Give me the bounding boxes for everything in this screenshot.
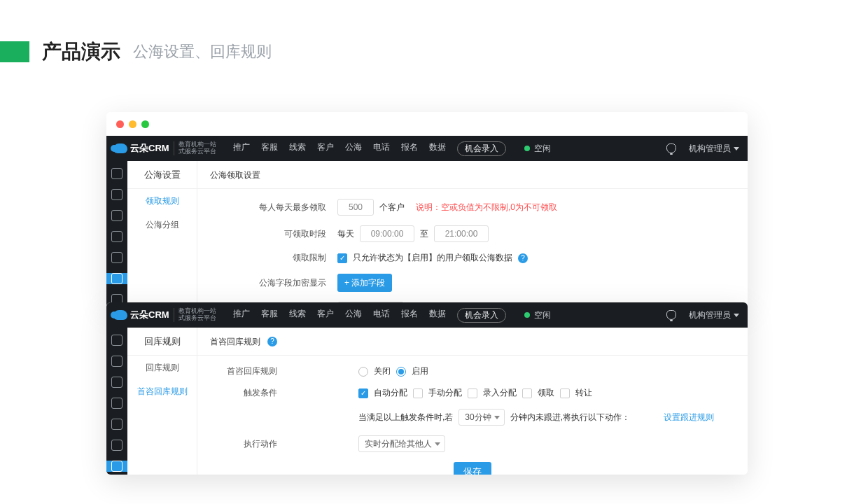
logo[interactable]: 云朵CRM 教育机构一站 式服务云平台 [106,141,223,155]
nav-item[interactable]: 客户 [317,141,334,156]
label-encrypt-fields: 公海字段加密显示 [197,277,337,289]
nav-item[interactable]: 推广 [233,141,250,156]
sub-sidebar-head: 回库规则 [127,328,197,356]
label-claim-limit: 领取限制 [197,252,337,264]
window-controls [106,112,748,136]
checkbox-transfer[interactable] [560,388,570,398]
label-time-range: 可领取时段 [197,228,337,240]
nav-item[interactable]: 公海 [345,141,362,156]
prefix-text: 每天 [337,228,354,240]
sub-sidebar-head: 公海设置 [127,161,197,189]
logo-subtitle: 教育机构一站 式服务云平台 [174,141,216,155]
rail-icon[interactable] [111,210,122,221]
rail-icon[interactable] [111,356,122,367]
window-public-sea-settings: 云朵CRM 教育机构一站 式服务云平台 推广 客服 线索 客户 公海 电话 报名… [106,112,748,308]
status[interactable]: 空闲 [524,143,551,155]
top-nav: 云朵CRM 教育机构一站 式服务云平台 推广 客服 线索 客户 公海 电话 报名… [106,302,748,328]
help-icon[interactable]: ? [518,253,528,263]
slide-header: 产品演示 公海设置、回库规则 [0,38,847,65]
input-daily-max[interactable] [337,199,374,216]
checkbox-manual-assign[interactable] [413,388,423,398]
accent-block [0,41,29,62]
sidebar-item-return-rules[interactable]: 回库规则 [127,356,197,379]
rail-icon[interactable] [111,419,122,430]
rail-icon[interactable] [111,168,122,179]
sidebar-item-sea-groups[interactable]: 公海分组 [127,213,197,237]
rail-icon[interactable] [111,252,122,263]
label-trigger: 触发条件 [197,387,288,399]
nav-item[interactable]: 报名 [401,141,418,156]
radio-off-label: 关闭 [374,365,391,377]
cond-pre: 当满足以上触发条件时,若 [358,412,453,424]
unit-text: 个客户 [379,202,405,214]
logo-text: 云朵CRM [130,309,169,321]
nav-item[interactable]: 数据 [429,141,446,156]
link-set-follow-rule[interactable]: 设置跟进规则 [664,412,714,424]
checkbox-entry-assign[interactable] [468,388,477,398]
nav-item[interactable]: 线索 [289,308,306,323]
nav-item[interactable]: 电话 [373,141,390,156]
nav-right: 机构管理员 [666,309,739,321]
logo[interactable]: 云朵CRM 教育机构一站 式服务云平台 [106,308,223,322]
nav-item[interactable]: 线索 [289,141,306,156]
cond-post: 分钟内未跟进,将执行以下动作： [510,412,630,424]
content: 首咨回库规则 ? 首咨回库规则 关闭 启用 触发条件 自动分配 [197,328,748,475]
nav-chip[interactable]: 机会录入 [457,141,506,156]
rail-icon[interactable] [111,440,122,451]
status-dot-icon [524,146,530,151]
window-return-rules: 云朵CRM 教育机构一站 式服务云平台 推广 客服 线索 客户 公海 电话 报名… [106,302,748,475]
checkbox-label: 只允许状态为【启用】的用户领取公海数据 [353,252,512,264]
nav-right: 机构管理员 [666,143,739,155]
nav-chip[interactable]: 机会录入 [457,308,506,323]
rail-icon[interactable] [111,398,122,409]
select-action[interactable]: 实时分配给其他人 [358,435,445,452]
content: 公海领取设置 每人每天最多领取 个客户 说明：空或负值为不限制,0为不可领取 可… [197,161,748,308]
radio-off[interactable] [358,367,368,377]
nav-item[interactable]: 客服 [261,308,278,323]
status[interactable]: 空闲 [524,309,551,321]
to-label: 至 [420,228,428,240]
user-menu[interactable]: 机构管理员 [689,309,739,321]
bell-icon[interactable] [666,310,676,320]
checkbox-claim[interactable] [522,388,532,398]
rail-icon[interactable] [111,335,122,346]
minimize-icon[interactable] [129,120,136,128]
bell-icon[interactable] [666,144,676,153]
checkbox-auto-assign[interactable] [358,388,368,398]
nav-item[interactable]: 电话 [373,308,390,323]
nav-item[interactable]: 数据 [429,308,446,323]
rail-icon-active[interactable] [111,273,122,284]
sidebar-item-claim-rules[interactable]: 领取规则 [127,189,197,213]
side-rail [106,161,127,308]
help-icon[interactable]: ? [267,337,277,346]
add-field-button[interactable]: + 添加字段 [337,274,392,292]
save-button[interactable]: 保存 [454,462,491,475]
nav-item[interactable]: 客服 [261,141,278,156]
nav-item[interactable]: 报名 [401,308,418,323]
rail-icon[interactable] [111,377,122,388]
content-head: 首咨回库规则 ? [197,328,748,356]
nav-item[interactable]: 推广 [233,308,250,323]
rail-icon-active[interactable] [111,461,122,472]
user-menu[interactable]: 机构管理员 [689,143,739,155]
status-text: 空闲 [534,143,551,155]
nav-items: 推广 客服 线索 客户 公海 电话 报名 数据 机会录入 [233,308,506,323]
nav-item[interactable]: 客户 [317,308,334,323]
maximize-icon[interactable] [141,120,149,128]
input-time-from[interactable] [360,225,414,242]
cloud-icon [113,144,127,153]
sub-sidebar: 回库规则 回库规则 首咨回库规则 [127,328,197,475]
checkbox-enabled-only[interactable] [337,253,347,263]
select-minutes[interactable]: 30分钟 [458,409,504,426]
input-time-to[interactable] [434,225,489,242]
nav-item[interactable]: 公海 [345,308,362,323]
radio-on[interactable] [396,367,406,377]
sidebar-item-first-consult-return[interactable]: 首咨回库规则 [127,379,197,403]
label-daily-max: 每人每天最多领取 [197,202,337,214]
close-icon[interactable] [116,120,124,128]
rail-icon[interactable] [111,231,122,242]
rail-icon[interactable] [111,189,122,200]
logo-subtitle: 教育机构一站 式服务云平台 [174,308,216,322]
logo-text: 云朵CRM [130,142,169,155]
content-title: 首咨回库规则 [210,328,260,356]
